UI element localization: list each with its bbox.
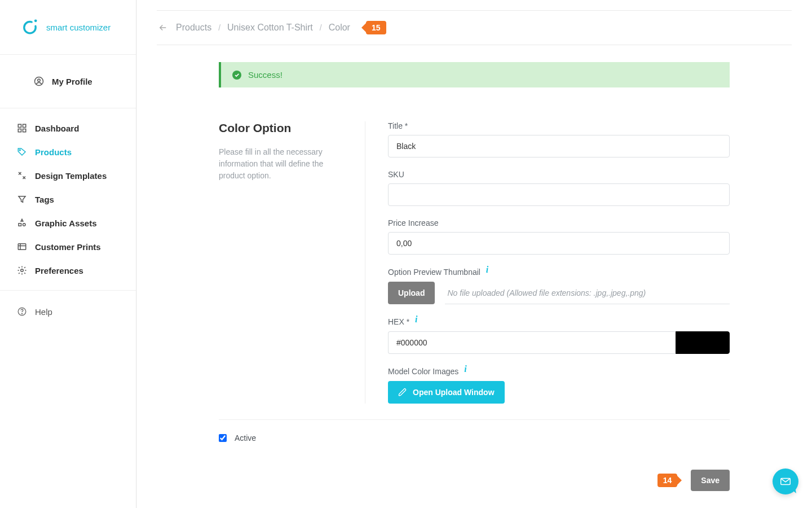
svg-rect-6 — [18, 129, 21, 132]
info-icon[interactable]: i — [486, 265, 488, 274]
svg-point-1 — [34, 19, 37, 22]
breadcrumb-sep: / — [320, 23, 322, 32]
title-input[interactable] — [388, 135, 730, 157]
main-content: Products / Unisex Cotton T-Shirt / Color… — [136, 0, 812, 508]
sidebar-item-label: Products — [35, 147, 72, 157]
tour-step-number: 15 — [366, 21, 386, 34]
brand-logo: smart customizer — [0, 0, 136, 54]
save-button[interactable]: Save — [691, 470, 730, 491]
field-thumbnail: Option Preview Thumbnail i Upload No fil… — [388, 267, 730, 304]
svg-rect-7 — [23, 129, 26, 132]
prints-icon — [17, 242, 27, 252]
sidebar-item-products[interactable]: Products — [0, 140, 136, 164]
brand-logo-icon — [20, 17, 39, 38]
sidebar-item-design-templates[interactable]: Design Templates — [0, 164, 136, 187]
svg-rect-9 — [19, 224, 21, 226]
model-images-label-text: Model Color Images — [388, 367, 458, 376]
sidebar-item-my-profile[interactable]: My Profile — [17, 69, 136, 93]
svg-rect-5 — [23, 124, 26, 127]
svg-point-14 — [21, 313, 22, 314]
templates-icon — [17, 170, 27, 181]
help-icon — [17, 306, 27, 317]
color-option-panel: Color Option Please fill in all the nece… — [219, 121, 730, 404]
price-increase-input[interactable] — [388, 232, 730, 255]
check-circle-icon — [232, 71, 241, 80]
assets-icon — [17, 218, 27, 228]
sidebar-item-customer-prints[interactable]: Customer Prints — [0, 235, 136, 259]
breadcrumb-divider — [157, 45, 792, 45]
sidebar-item-graphic-assets[interactable]: Graphic Assets — [0, 211, 136, 235]
sidebar-item-label: Preferences — [35, 266, 83, 275]
info-icon[interactable]: i — [415, 314, 417, 324]
sidebar-item-label: My Profile — [52, 77, 92, 86]
panel-heading: Color Option — [219, 121, 348, 135]
svg-point-10 — [23, 224, 26, 226]
success-alert: Success! — [219, 62, 730, 87]
pencil-icon — [398, 388, 407, 397]
breadcrumb-product[interactable]: Unisex Cotton T-Shirt — [227, 23, 313, 33]
svg-rect-4 — [18, 124, 21, 127]
back-button[interactable] — [157, 21, 169, 34]
active-row: Active — [219, 419, 730, 443]
brand-name: smart customizer — [46, 23, 111, 32]
tour-step-number: 14 — [657, 474, 678, 487]
breadcrumb-sep: / — [218, 23, 220, 32]
field-title: Title * — [388, 121, 730, 157]
panel-description: Please fill in all the necessary informa… — [219, 146, 348, 182]
title-label: Title * — [388, 121, 730, 130]
field-price-increase: Price Increase — [388, 218, 730, 255]
sidebar-item-preferences[interactable]: Preferences — [0, 259, 136, 282]
sidebar: smart customizer My Profile Dashboa — [0, 0, 136, 508]
field-hex: HEX * i — [388, 317, 730, 354]
upload-button[interactable]: Upload — [388, 282, 435, 304]
field-model-images: Model Color Images i Open Upload Window — [388, 366, 730, 404]
upload-placeholder: No file uploaded (Allowed file extension… — [445, 282, 730, 304]
info-icon[interactable]: i — [464, 364, 466, 374]
tour-bubble-arrow-icon — [676, 475, 682, 486]
footer-actions: 14 Save — [157, 470, 792, 502]
svg-rect-11 — [18, 244, 26, 250]
sidebar-item-tags[interactable]: Tags — [0, 187, 136, 211]
sku-label: SKU — [388, 170, 730, 179]
tag-icon — [17, 147, 27, 157]
tour-step-15-badge[interactable]: 15 — [361, 21, 386, 34]
hex-label: HEX * i — [388, 317, 730, 327]
active-label: Active — [235, 433, 256, 443]
hex-input[interactable] — [388, 331, 676, 354]
svg-point-3 — [38, 79, 41, 82]
hex-swatch — [676, 331, 730, 354]
svg-point-8 — [19, 150, 20, 151]
sidebar-item-label: Design Templates — [35, 171, 107, 181]
sidebar-item-dashboard[interactable]: Dashboard — [0, 116, 136, 140]
thumbnail-label-text: Option Preview Thumbnail — [388, 268, 480, 277]
dashboard-icon — [17, 123, 27, 133]
sidebar-item-label: Customer Prints — [35, 242, 101, 252]
thumbnail-label: Option Preview Thumbnail i — [388, 267, 730, 277]
gear-icon — [17, 265, 27, 275]
mail-icon — [779, 475, 792, 488]
sidebar-item-label: Tags — [35, 195, 54, 204]
active-checkbox[interactable] — [219, 434, 227, 442]
user-circle-icon — [34, 76, 44, 86]
svg-point-0 — [24, 21, 36, 33]
sku-input[interactable] — [388, 183, 730, 206]
chat-bubble-tail-icon — [789, 487, 796, 494]
field-sku: SKU — [388, 170, 730, 206]
model-images-label: Model Color Images i — [388, 366, 730, 376]
alert-message: Success! — [248, 70, 283, 80]
svg-point-12 — [21, 269, 24, 272]
sidebar-item-label: Graphic Assets — [35, 218, 97, 228]
breadcrumb: Products / Unisex Cotton T-Shirt / Color… — [157, 11, 792, 45]
open-upload-window-label: Open Upload Window — [413, 388, 495, 397]
chat-launcher[interactable] — [773, 468, 798, 494]
open-upload-window-button[interactable]: Open Upload Window — [388, 381, 505, 404]
breadcrumb-products[interactable]: Products — [176, 23, 211, 33]
tour-step-14-badge[interactable]: 14 — [657, 474, 682, 487]
hex-label-text: HEX * — [388, 317, 409, 326]
breadcrumb-color[interactable]: Color — [329, 23, 350, 33]
sidebar-item-label: Dashboard — [35, 124, 79, 133]
filter-icon — [17, 194, 27, 204]
sidebar-item-label: Help — [35, 307, 52, 317]
sidebar-item-help[interactable]: Help — [0, 300, 136, 323]
price-increase-label: Price Increase — [388, 218, 730, 227]
